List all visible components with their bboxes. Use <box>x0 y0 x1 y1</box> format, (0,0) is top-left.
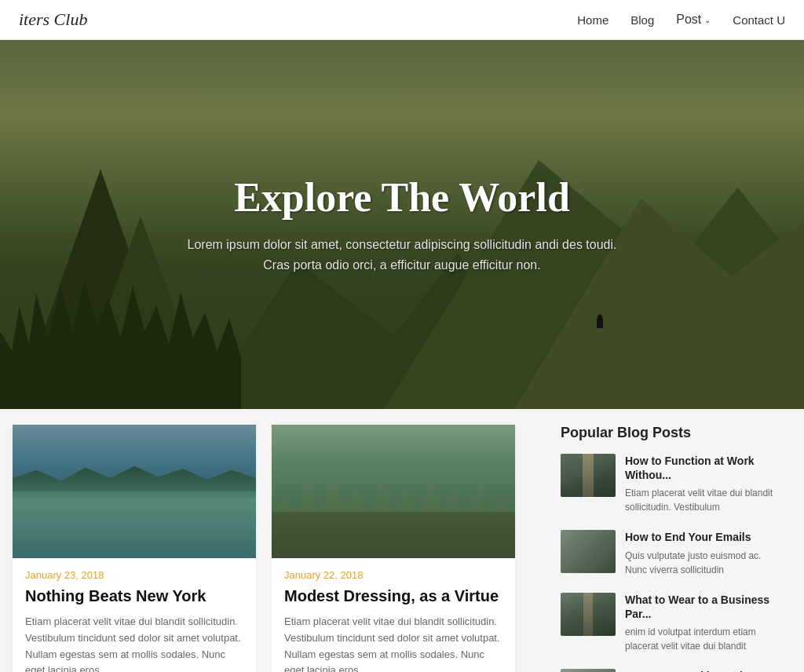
popular-post-thumbnail <box>561 669 616 672</box>
hero-content: Explore The World Lorem ipsum dolor sit … <box>172 174 633 275</box>
popular-post-thumbnail <box>561 530 616 573</box>
card-date: January 23, 2018 <box>25 569 243 581</box>
popular-post-title[interactable]: How to Function at Work Withou... <box>625 454 779 482</box>
sidebar-title: Popular Blog Posts <box>561 425 779 441</box>
popular-post-item[interactable]: How to End Your Emails Quis vulputate ju… <box>561 530 779 576</box>
card-image-forest <box>272 425 515 558</box>
thumb-image <box>561 454 616 497</box>
hero-title: Explore The World <box>188 174 617 221</box>
logo-text: iters Club <box>19 9 87 29</box>
blog-cards-container: January 23, 2018 Nothing Beats New York … <box>13 425 532 672</box>
popular-post-info: What to Wear to a Business Par... enim i… <box>625 593 779 653</box>
chevron-down-icon: ⌄ <box>704 16 711 24</box>
main-content: January 23, 2018 Nothing Beats New York … <box>0 409 804 672</box>
thumb-image <box>561 593 616 636</box>
hero-subtitle: Lorem ipsum dolor sit amet, consectetur … <box>188 235 617 275</box>
popular-post-title[interactable]: What to Wear to a Business Par... <box>625 593 779 621</box>
popular-post-item[interactable]: How to Function at Work Withou... Etiam … <box>561 454 779 514</box>
blog-card: January 23, 2018 Nothing Beats New York … <box>13 425 256 672</box>
blog-card: January 22, 2018 Modest Dressing, as a V… <box>272 425 515 672</box>
site-logo: iters Club <box>19 9 87 30</box>
popular-post-item[interactable]: What to Wear to a Business Par... enim i… <box>561 593 779 653</box>
sidebar: Popular Blog Posts How to Function at Wo… <box>548 425 791 672</box>
nav-home[interactable]: Home <box>577 13 608 27</box>
nav-blog[interactable]: Blog <box>630 13 654 27</box>
header: iters Club Home Blog Post ⌄ Contact U <box>0 0 804 40</box>
popular-post-item[interactable]: Protect Your Skin Against Wint... Vulput… <box>561 669 779 672</box>
hero-section: Explore The World Lorem ipsum dolor sit … <box>0 40 804 409</box>
card-body: January 23, 2018 Nothing Beats New York … <box>13 558 256 672</box>
card-date: January 22, 2018 <box>284 569 502 581</box>
thumb-image <box>561 669 616 672</box>
nav-contact[interactable]: Contact U <box>733 13 785 27</box>
card-body: January 22, 2018 Modest Dressing, as a V… <box>272 558 515 672</box>
popular-post-info: Protect Your Skin Against Wint... Vulput… <box>625 669 779 672</box>
popular-post-excerpt: Etiam placerat velit vitae dui blandit s… <box>625 486 779 514</box>
popular-post-thumbnail <box>561 454 616 497</box>
main-nav: Home Blog Post ⌄ Contact U <box>577 13 785 27</box>
card-title[interactable]: Nothing Beats New York <box>25 586 243 606</box>
card-excerpt: Etiam placerat velit vitae dui blandit s… <box>284 614 502 672</box>
popular-post-excerpt: Quis vulputate justo euismod ac. Nunc vi… <box>625 549 779 577</box>
popular-post-thumbnail <box>561 593 616 636</box>
thumb-image <box>561 530 616 573</box>
card-image <box>13 425 256 558</box>
card-title[interactable]: Modest Dressing, as a Virtue <box>284 586 502 606</box>
popular-post-title[interactable]: How to End Your Emails <box>625 530 779 544</box>
popular-post-info: How to Function at Work Withou... Etiam … <box>625 454 779 514</box>
card-image <box>272 425 515 558</box>
hero-figure <box>597 314 603 328</box>
card-excerpt: Etiam placerat velit vitae dui blandit s… <box>25 614 243 672</box>
popular-post-title[interactable]: Protect Your Skin Against Wint... <box>625 669 779 672</box>
popular-post-info: How to End Your Emails Quis vulputate ju… <box>625 530 779 576</box>
popular-post-excerpt: enim id volutpat interdum etiam placerat… <box>625 625 779 653</box>
nav-post[interactable]: Post ⌄ <box>676 13 711 27</box>
card-image-lake <box>13 425 256 558</box>
